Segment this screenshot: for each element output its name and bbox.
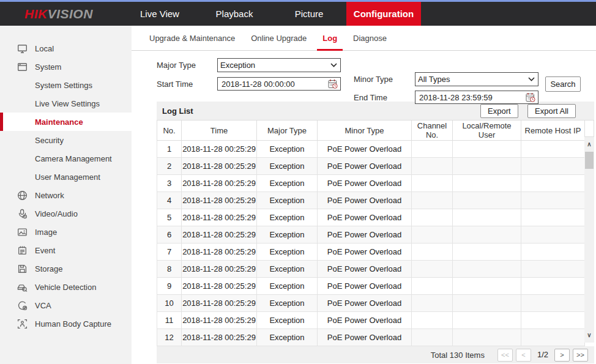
content-area: Upgrade & MaintenanceOnline UpgradeLogDi… [132, 26, 596, 364]
tab-log[interactable]: Log [322, 26, 337, 50]
logo-text-vision: VISION [48, 7, 93, 21]
cell-time: 2018-11-28 00:25:29 [182, 261, 257, 278]
cell-major-type: Exception [257, 295, 318, 312]
sidebar-item-image[interactable]: Image [0, 223, 132, 241]
major-type-select[interactable]: Exception [217, 58, 341, 72]
cell-time: 2018-11-28 00:25:29 [182, 209, 257, 226]
sidebar-item-video-audio[interactable]: Video/Audio [0, 204, 132, 223]
table-row[interactable]: 12018-11-28 00:25:29ExceptionPoE Power O… [157, 141, 585, 158]
start-time-input[interactable] [218, 78, 340, 90]
cell-no: 11 [157, 312, 182, 329]
sidebar-item-vca[interactable]: VCA [0, 296, 132, 314]
sidebar-item-label: System Settings [35, 81, 92, 90]
sidebar-item-vehicle-detection[interactable]: Vehicle Detection [0, 278, 132, 296]
sidebar-item-system-settings[interactable]: System Settings [0, 76, 132, 94]
export-button[interactable]: Export [480, 104, 518, 118]
end-time-field[interactable] [415, 91, 538, 104]
cell-minor-type: PoE Power Overload [318, 192, 412, 209]
tab-upgrade-maintenance[interactable]: Upgrade & Maintenance [149, 26, 235, 50]
scrollbar-thumb[interactable] [585, 152, 594, 169]
table-row[interactable]: 112018-11-28 00:25:29ExceptionPoE Power … [157, 312, 585, 329]
scroll-up-arrow-icon[interactable]: ∧ [584, 141, 594, 148]
log-list-title: Log List [162, 106, 193, 116]
prev-page-button[interactable]: < [516, 349, 531, 362]
cell-channel-no [412, 243, 453, 261]
cell-no: 3 [157, 175, 182, 192]
system-window-icon [17, 62, 28, 72]
table-row[interactable]: 122018-11-28 00:25:29ExceptionPoE Power … [157, 329, 585, 346]
cell-local-remote-user [453, 243, 521, 261]
sidebar-item-event[interactable]: Event [0, 241, 132, 259]
hikvision-web-ui: HIKVISION Live ViewPlaybackPictureConfig… [0, 0, 596, 26]
cell-minor-type: PoE Power Overload [318, 226, 412, 243]
search-button[interactable]: Search [545, 76, 581, 92]
major-type-dropdown[interactable]: Exception [217, 58, 341, 72]
sidebar-item-label: Video/Audio [35, 209, 78, 218]
sidebar-item-system[interactable]: System [0, 58, 132, 76]
cell-channel-no [412, 141, 453, 158]
cell-local-remote-user [453, 261, 521, 278]
table-row[interactable]: 82018-11-28 00:25:29ExceptionPoE Power O… [157, 261, 585, 278]
sidebar-item-storage[interactable]: Storage [0, 259, 132, 278]
log-list-actions: Export Export All [474, 104, 576, 118]
table-scrollbar[interactable]: ∧ ∨ [584, 137, 594, 343]
nav-configuration[interactable]: Configuration [346, 2, 421, 26]
sidebar-item-camera-management[interactable]: Camera Management [0, 149, 132, 168]
table-row[interactable]: 42018-11-28 00:25:29ExceptionPoE Power O… [157, 192, 585, 209]
calendar-icon[interactable] [526, 92, 536, 103]
sidebar-item-local[interactable]: Local [0, 39, 132, 58]
sidebar-item-label: Live View Settings [35, 99, 100, 108]
tab-online-upgrade[interactable]: Online Upgrade [251, 26, 307, 50]
table-row[interactable]: 72018-11-28 00:25:29ExceptionPoE Power O… [157, 243, 585, 261]
cell-time: 2018-11-28 00:25:29 [182, 226, 257, 243]
nav-live-view[interactable]: Live View [122, 2, 197, 26]
cell-time: 2018-11-28 00:25:29 [182, 312, 257, 329]
start-time-field[interactable] [217, 77, 341, 91]
sidebar-item-network[interactable]: Network [0, 186, 132, 204]
sidebar-item-user-management[interactable]: User Management [0, 168, 132, 186]
end-time-label: End Time [354, 91, 387, 105]
cell-local-remote-user [453, 192, 521, 209]
cell-major-type: Exception [257, 261, 318, 278]
cell-major-type: Exception [257, 243, 318, 261]
vca-icon [17, 300, 28, 311]
sidebar-item-security[interactable]: Security [0, 131, 132, 149]
end-time-input[interactable] [415, 91, 538, 103]
microphone-icon [17, 209, 28, 219]
tab-bar: Upgrade & MaintenanceOnline UpgradeLogDi… [132, 26, 596, 51]
cell-remote-host-ip [521, 158, 585, 175]
cell-channel-no [412, 329, 453, 346]
column-header-channel-no: Channel No. [412, 121, 453, 141]
cell-local-remote-user [453, 158, 521, 175]
cell-channel-no [412, 278, 453, 295]
table-header-stub [584, 120, 594, 137]
table-row[interactable]: 32018-11-28 00:25:29ExceptionPoE Power O… [157, 175, 585, 192]
sidebar-item-maintenance[interactable]: Maintenance [0, 113, 132, 131]
export-all-button[interactable]: Export All [527, 104, 576, 118]
cell-channel-no [412, 226, 453, 243]
sidebar-item-human-body-capture[interactable]: Human Body Capture [0, 314, 132, 333]
next-page-button[interactable]: > [554, 349, 570, 362]
sidebar-navigation: LocalSystemSystem SettingsLive View Sett… [0, 26, 132, 364]
table-row[interactable]: 102018-11-28 00:25:29ExceptionPoE Power … [157, 295, 585, 312]
sidebar-item-live-view-settings[interactable]: Live View Settings [0, 94, 132, 113]
calendar-icon[interactable] [328, 79, 338, 89]
table-row[interactable]: 62018-11-28 00:25:29ExceptionPoE Power O… [157, 226, 585, 243]
nav-picture[interactable]: Picture [272, 2, 346, 26]
first-page-button[interactable]: << [497, 349, 513, 362]
table-row[interactable]: 52018-11-28 00:25:29ExceptionPoE Power O… [157, 209, 585, 226]
table-row[interactable]: 22018-11-28 00:25:29ExceptionPoE Power O… [157, 158, 585, 175]
nav-playback[interactable]: Playback [197, 2, 272, 26]
scroll-down-arrow-icon[interactable]: ∨ [584, 332, 594, 339]
pagination-bar: Total 130 Items <<<1/2>>> [157, 346, 594, 363]
total-items-label: Total 130 Items [431, 351, 485, 360]
sidebar-item-label: Maintenance [35, 117, 83, 127]
last-page-button[interactable]: >> [573, 349, 588, 362]
cell-time: 2018-11-28 00:25:29 [182, 158, 257, 175]
cell-time: 2018-11-28 00:25:29 [182, 175, 257, 192]
cell-local-remote-user [453, 209, 521, 226]
table-row[interactable]: 92018-11-28 00:25:29ExceptionPoE Power O… [157, 278, 585, 295]
sidebar-item-label: Human Body Capture [35, 319, 111, 329]
event-icon [17, 245, 28, 256]
tab-diagnose[interactable]: Diagnose [353, 26, 387, 50]
